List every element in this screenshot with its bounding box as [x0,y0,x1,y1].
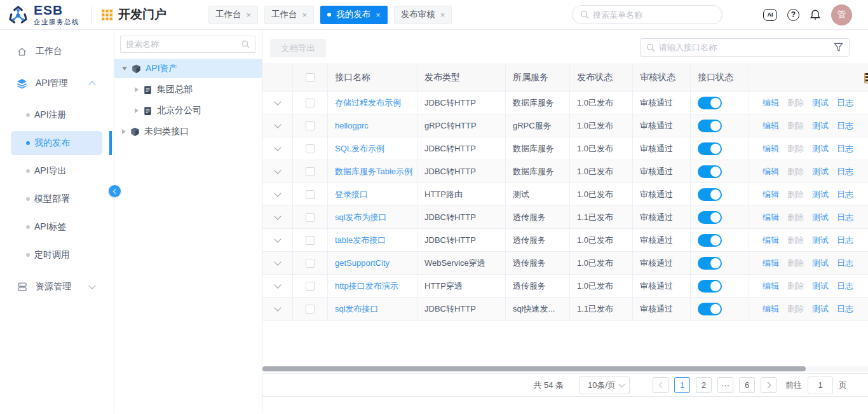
close-icon[interactable]: × [302,11,308,19]
status-toggle[interactable] [698,165,722,178]
page-2-button[interactable]: 2 [696,377,712,393]
action-测试[interactable]: 测试 [812,280,829,292]
api-name-link[interactable]: http接口发布演示 [335,280,398,292]
status-toggle[interactable] [698,234,722,247]
row-checkbox[interactable] [306,99,315,107]
action-测试[interactable]: 测试 [812,235,829,246]
caret-icon[interactable] [135,87,139,92]
expand-chevron-icon[interactable] [274,281,281,288]
close-icon[interactable]: × [440,11,445,19]
expand-chevron-icon[interactable] [274,167,281,174]
column-settings-icon[interactable] [864,73,868,83]
action-编辑[interactable]: 编辑 [763,189,779,200]
scrollbar-thumb[interactable] [262,366,806,371]
row-checkbox[interactable] [306,190,315,199]
page-more-button[interactable]: ··· [717,377,733,393]
action-测试[interactable]: 测试 [812,189,829,200]
action-日志[interactable]: 日志 [837,143,853,155]
bell-icon[interactable] [810,9,821,21]
status-toggle[interactable] [698,280,722,293]
row-checkbox[interactable] [306,259,315,268]
row-checkbox[interactable] [306,236,315,245]
menu-search-input[interactable] [593,10,714,20]
filter-funnel-icon[interactable] [834,43,843,52]
row-checkbox[interactable] [306,144,315,153]
select-all-checkbox[interactable] [306,73,315,82]
page-1-button[interactable]: 1 [674,377,690,393]
sidebar-item-资源管理[interactable]: 资源管理 [0,271,114,303]
sidebar-item-模型部署[interactable]: 模型部署 [11,187,102,211]
action-日志[interactable]: 日志 [837,212,853,223]
api-name-link[interactable]: hellogprc [335,121,369,130]
action-测试[interactable]: 测试 [812,143,829,155]
expand-chevron-icon[interactable] [274,235,281,242]
action-日志[interactable]: 日志 [837,235,853,246]
api-name-link[interactable]: sql发布为接口 [335,212,387,223]
avatar[interactable]: 管 [831,4,852,25]
row-checkbox[interactable] [306,121,315,130]
action-日志[interactable]: 日志 [837,189,853,200]
sidebar-item-我的发布[interactable]: 我的发布 [11,131,102,155]
action-编辑[interactable]: 编辑 [763,166,779,177]
action-编辑[interactable]: 编辑 [763,97,779,109]
page-6-button[interactable]: 6 [739,377,755,393]
horizontal-scrollbar[interactable] [262,366,868,371]
goto-page-input[interactable] [808,376,833,394]
action-测试[interactable]: 测试 [812,303,829,315]
page-size-select[interactable]: 10条/页 [579,376,630,394]
action-测试[interactable]: 测试 [812,120,829,132]
status-toggle[interactable] [698,188,722,201]
expand-chevron-icon[interactable] [274,304,281,311]
ai-assistant-icon[interactable]: AI [763,9,777,21]
status-toggle[interactable] [698,120,722,132]
status-toggle[interactable] [698,303,722,315]
api-filter-input[interactable] [659,43,830,52]
sidebar-item-API标签[interactable]: API标签 [11,215,102,239]
tab-发布审核-3[interactable]: 发布审核× [394,6,452,24]
close-icon[interactable]: × [376,11,381,19]
expand-chevron-icon[interactable] [274,212,281,219]
action-编辑[interactable]: 编辑 [763,120,779,132]
action-编辑[interactable]: 编辑 [763,212,779,223]
action-编辑[interactable]: 编辑 [763,303,779,315]
prev-page-button[interactable] [653,377,668,393]
action-测试[interactable]: 测试 [812,212,829,223]
api-name-link[interactable]: sql发布接口 [335,303,379,315]
sidebar-item-API注册[interactable]: API注册 [11,103,102,127]
api-name-link[interactable]: SQL发布示例 [335,143,384,155]
tree-node-未归类接口[interactable]: 未归类接口 [114,122,262,141]
caret-icon[interactable] [122,129,126,134]
status-toggle[interactable] [698,211,722,224]
action-日志[interactable]: 日志 [837,97,853,109]
api-name-link[interactable]: table发布接口 [335,235,386,246]
action-日志[interactable]: 日志 [837,120,853,132]
action-日志[interactable]: 日志 [837,166,853,177]
api-name-link[interactable]: getSupportCity [335,258,390,268]
tree-node-集团总部[interactable]: 集团总部 [114,80,262,99]
row-checkbox[interactable] [306,213,315,222]
expand-chevron-icon[interactable] [274,98,281,105]
row-checkbox[interactable] [306,282,315,291]
row-checkbox[interactable] [306,305,315,314]
expand-chevron-icon[interactable] [274,144,281,151]
tree-node-北京分公司[interactable]: 北京分公司 [114,101,262,120]
expand-chevron-icon[interactable] [274,190,281,197]
expand-chevron-icon[interactable] [274,121,281,128]
sidebar-item-API管理[interactable]: API管理 [0,67,114,99]
status-toggle[interactable] [698,142,722,155]
api-name-link[interactable]: 数据库服务Table示例 [335,166,412,177]
sidebar-item-定时调用[interactable]: 定时调用 [11,243,102,267]
action-日志[interactable]: 日志 [837,303,853,315]
api-name-link[interactable]: 登录接口 [335,189,368,200]
tree-search-input[interactable] [126,39,241,49]
action-日志[interactable]: 日志 [837,258,853,269]
caret-icon[interactable] [122,67,127,71]
close-icon[interactable]: × [247,11,252,19]
action-编辑[interactable]: 编辑 [763,235,779,246]
tab-工作台-0[interactable]: 工作台× [208,6,258,24]
action-测试[interactable]: 测试 [812,258,829,269]
doc-export-button[interactable]: 文档导出 [270,39,326,57]
status-toggle[interactable] [698,97,722,109]
sidebar-collapse-button[interactable] [109,185,121,197]
action-测试[interactable]: 测试 [812,97,829,109]
